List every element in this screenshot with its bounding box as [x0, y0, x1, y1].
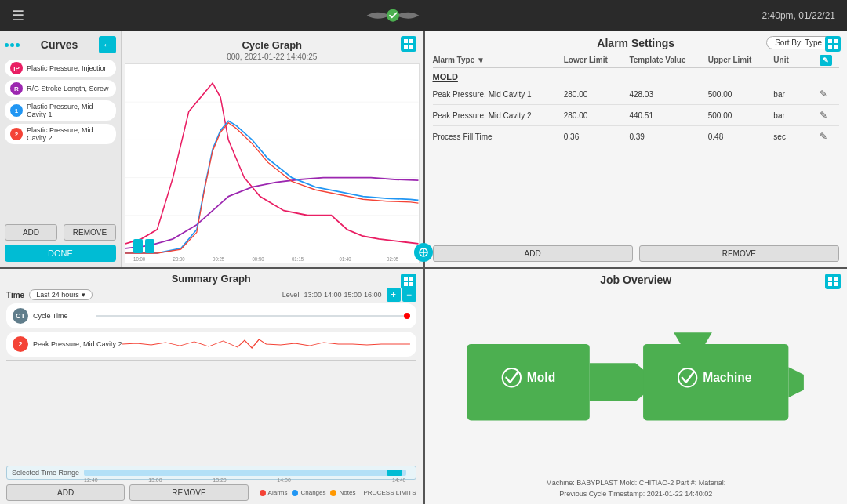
curve-item[interactable]: 2 Plastic Pressure, Mid Cavity 2 — [5, 124, 116, 144]
curves-add-button[interactable]: ADD — [5, 224, 57, 241]
curve-items-list: IP Plastic Pressure, Injection R R/G Str… — [5, 60, 116, 147]
ct-sparkline — [96, 308, 410, 324]
range-bar[interactable]: 12:40 13:00 13:20 14:00 14:40 — [84, 470, 405, 476]
graph-right-thumb[interactable] — [145, 239, 154, 253]
alarm-row-edit-icon[interactable]: ✎ — [820, 110, 839, 121]
svg-rect-12 — [404, 39, 408, 43]
time-selector-button[interactable]: Last 24 hours ▾ — [29, 289, 93, 300]
alarm-rows-container: Peak Pressure, Mid Cavity 1 280.00 428.0… — [433, 84, 840, 147]
curves-back-button[interactable]: ← — [99, 36, 116, 53]
alarm-row-edit-icon[interactable]: ✎ — [820, 131, 839, 142]
curve-badge: R — [10, 82, 23, 95]
alarm-cell-upper: 500.00 — [708, 111, 774, 120]
alarm-cell-lower: 280.00 — [564, 111, 630, 120]
summary-add-button[interactable]: ADD — [6, 484, 125, 501]
alarm-cell-template: 0.39 — [629, 132, 707, 141]
svg-marker-26 — [674, 332, 713, 346]
curve-item[interactable]: 1 Plastic Pressure, Mid Cavity 1 — [5, 100, 116, 121]
summary-row-pressure: 2 Peak Pressure, Mid Cavity 2 — [6, 332, 416, 357]
process-limits-label: PROCESS LIMITS — [363, 489, 416, 496]
svg-rect-18 — [828, 45, 832, 49]
svg-rect-36 — [834, 282, 838, 286]
alarm-grid-icon[interactable] — [825, 36, 841, 52]
alarm-table: Alarm Type ▼ Lower Limit Template Value … — [425, 53, 848, 241]
cycle-graph-canvas[interactable]: 10:00 20:00 00:25 00:50 01:15 01:40 02:0… — [125, 63, 420, 263]
datetime-display: 2:40pm, 01/22/21 — [762, 10, 835, 21]
curve-badge: IP — [10, 62, 23, 74]
alarm-cell-name: Peak Pressure, Mid Cavity 1 — [433, 90, 564, 99]
curves-dots — [5, 43, 20, 47]
cycle-graph-grid-icon[interactable] — [401, 36, 416, 52]
alarm-edit-icon[interactable]: ✎ — [820, 55, 832, 66]
curves-remove-button[interactable]: REMOVE — [64, 224, 116, 241]
svg-rect-20 — [404, 277, 408, 281]
cycle-chart-svg: 10:00 20:00 00:25 00:50 01:15 01:40 02:0… — [125, 64, 419, 263]
time-selector-value: Last 24 hours — [36, 291, 79, 299]
curve-item[interactable]: IP Plastic Pressure, Injection — [5, 60, 116, 77]
svg-text:00:50: 00:50 — [253, 256, 264, 262]
dot1 — [5, 43, 9, 47]
curve-item[interactable]: R R/G Stroke Length, Screw — [5, 80, 116, 97]
job-info-line2: Previous Cycle Timestamp: 2021-01-22 14:… — [434, 489, 838, 500]
zoom-in-button[interactable]: + — [387, 288, 401, 302]
sort-label: Sort By: Type — [775, 38, 822, 47]
pressure-sparkline — [122, 336, 410, 352]
legend-alarms: Alarms — [260, 489, 288, 496]
alarm-add-button[interactable]: ADD — [433, 245, 633, 262]
graph-left-thumb[interactable] — [133, 239, 143, 253]
cycle-graph-area: Cycle Graph 000, 2021-01-22 14:40:25 — [122, 31, 423, 267]
alarm-header: Alarm Settings Sort By: Type ▾ — [425, 31, 848, 53]
svg-rect-14 — [404, 45, 408, 49]
alarm-cell-name: Peak Pressure, Mid Cavity 2 — [433, 111, 564, 120]
alarm-table-header: Alarm Type ▼ Lower Limit Template Value … — [433, 53, 840, 68]
svg-text:00:25: 00:25 — [213, 256, 224, 262]
svg-text:Mold: Mold — [527, 371, 555, 384]
curve-label: R/G Stroke Length, Screw — [27, 85, 109, 92]
curves-header: Curves ← — [5, 36, 116, 53]
summary-grid-icon[interactable] — [401, 274, 416, 289]
dot2 — [10, 43, 14, 47]
curves-done-button[interactable]: DONE — [5, 245, 116, 262]
panel-summary-graph: Summary Graph Time Last 24 hours ▾ Level… — [0, 269, 423, 504]
summary-remove-button[interactable]: REMOVE — [129, 484, 248, 501]
machine-diagram-svg: Mold Machine — [460, 306, 812, 459]
range-thumb[interactable] — [387, 470, 402, 476]
menu-icon[interactable]: ☰ — [12, 7, 24, 24]
pressure-badge: 2 — [13, 336, 28, 352]
svg-rect-16 — [828, 39, 832, 43]
curve-label: Plastic Pressure, Injection — [27, 64, 108, 72]
ct-alarm-dot — [404, 313, 410, 319]
summary-row-ct: CT Cycle Time — [6, 303, 416, 328]
legend-notes-label: Notes — [339, 489, 355, 496]
zoom-out-button[interactable]: − — [402, 288, 416, 302]
time-selector-chevron: ▾ — [82, 291, 85, 299]
curve-label: Plastic Pressure, Mid Cavity 2 — [27, 126, 111, 142]
svg-text:01:15: 01:15 — [292, 256, 304, 262]
alarm-cell-unit: sec — [773, 132, 820, 141]
svg-rect-34 — [834, 277, 838, 281]
center-resize-handle[interactable] — [414, 243, 433, 262]
alarm-col-edit: ✎ — [820, 56, 839, 64]
job-grid-icon[interactable] — [825, 274, 841, 289]
svg-text:Machine: Machine — [703, 371, 753, 384]
alarm-title: Alarm Settings — [569, 37, 703, 49]
dot3 — [16, 43, 20, 47]
topbar: ☰ 2:40pm, 01/22/21 — [0, 0, 847, 31]
svg-text:20:00: 20:00 — [173, 256, 185, 262]
curves-sidebar: Curves ← IP Plastic Pressure, Injection … — [0, 31, 122, 267]
alarm-footer: ADD REMOVE — [425, 241, 848, 267]
legend-notes-dot — [330, 490, 336, 496]
alarm-cell-lower: 0.36 — [564, 132, 630, 141]
svg-marker-28 — [789, 367, 805, 397]
pressure-label: Peak Pressure, Mid Cavity 2 — [33, 340, 122, 348]
time-label: Time — [6, 291, 24, 299]
cycle-graph-subtitle: 000, 2021-01-22 14:40:25 — [125, 53, 420, 61]
curve-badge: 2 — [10, 128, 23, 140]
curve-label: Plastic Pressure, Mid Cavity 1 — [27, 103, 111, 118]
range-label: Selected Time Range — [12, 469, 79, 477]
summary-controls: Time Last 24 hours ▾ Level 13:00 14:00 1… — [0, 286, 423, 303]
svg-text:02:05: 02:05 — [387, 256, 398, 262]
alarm-row-edit-icon[interactable]: ✎ — [820, 89, 839, 100]
job-info: Machine: BABYPLAST Mold: CHITIAO-2 Part … — [425, 475, 848, 504]
alarm-remove-button[interactable]: REMOVE — [639, 245, 839, 262]
